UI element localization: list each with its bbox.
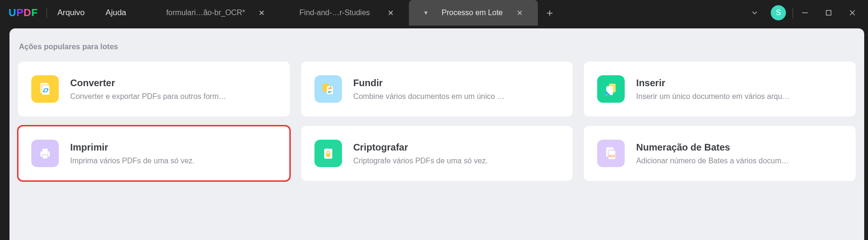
card-desc: Converter e exportar PDFs para outros fo… (70, 92, 226, 101)
window-controls: S (745, 0, 868, 26)
card-print[interactable]: Imprimir Imprima vários PDFs de uma só v… (18, 126, 290, 181)
maximize-button[interactable] (817, 0, 840, 26)
svg-text:012: 012 (609, 154, 616, 158)
avatar[interactable]: S (771, 5, 786, 20)
lock-icon (314, 140, 342, 167)
minimize-button[interactable] (793, 0, 817, 26)
card-title: Imprimir (70, 142, 194, 153)
close-icon[interactable]: ✕ (516, 9, 524, 18)
card-desc: Adicionar número de Bates a vários docum… (636, 157, 789, 165)
expand-down-icon[interactable] (745, 9, 764, 17)
card-desc: Criptografe vários PDFs de uma só vez. (353, 157, 488, 165)
tab-label: formulari…ão-br_OCR* (165, 9, 246, 17)
card-desc: Imprima vários PDFs de uma só vez. (70, 157, 194, 165)
svg-rect-1 (826, 10, 831, 15)
app-logo: UPDF (0, 7, 46, 19)
tab-1[interactable]: formulari…ão-br_OCR* ✕ (151, 0, 280, 26)
section-title: Ações populares para lotes (19, 43, 856, 51)
svg-rect-18 (326, 153, 330, 157)
card-title: Converter (70, 78, 226, 89)
svg-rect-14 (42, 149, 47, 152)
chevron-down-icon[interactable]: ▼ (423, 9, 429, 16)
card-title: Inserir (636, 78, 790, 89)
close-icon[interactable]: ✕ (258, 9, 266, 18)
card-desc: Inserir um único documento em vários arq… (636, 92, 790, 101)
card-encrypt[interactable]: Criptografar Criptografe vários PDFs de … (301, 126, 573, 181)
svg-rect-5 (42, 85, 50, 95)
card-title: Numeração de Bates (636, 142, 789, 153)
page-content: Ações populares para lotes Converter Con… (9, 28, 864, 240)
new-tab-button[interactable]: ＋ (538, 0, 562, 26)
print-icon (31, 140, 59, 167)
card-insert[interactable]: Inserir Inserir um único documento em vá… (584, 62, 856, 116)
tab-label: Find-and-…r-Studies (294, 9, 375, 17)
tab-label: Processo em Lote (440, 9, 504, 17)
svg-rect-7 (327, 86, 333, 94)
tab-bar: formulari…ão-br_OCR* ✕ Find-and-…r-Studi… (151, 0, 745, 26)
card-convert[interactable]: Converter Converter e exportar PDFs para… (18, 62, 290, 116)
tab-2[interactable]: Find-and-…r-Studies ✕ (280, 0, 409, 26)
menu-file[interactable]: Arquivo (47, 8, 95, 18)
close-icon[interactable]: ✕ (387, 9, 395, 18)
card-title: Fundir (353, 78, 505, 89)
card-merge[interactable]: Fundir Combine vários documentos em um ú… (301, 62, 573, 116)
convert-icon (31, 75, 59, 103)
card-grid: Converter Converter e exportar PDFs para… (18, 62, 856, 181)
svg-point-16 (47, 152, 48, 153)
insert-icon (597, 75, 625, 103)
card-desc: Combine vários documentos em um único … (353, 92, 505, 101)
svg-rect-15 (42, 155, 47, 159)
titlebar: UPDF Arquivo Ajuda formulari…ão-br_OCR* … (0, 0, 868, 26)
close-window-button[interactable] (840, 0, 864, 26)
merge-icon (314, 75, 342, 103)
card-title: Criptografar (353, 142, 488, 153)
bates-icon: 012 (597, 140, 625, 167)
card-bates[interactable]: 012 Numeração de Bates Adicionar número … (584, 126, 856, 181)
tab-3[interactable]: ▼ Processo em Lote ✕ (409, 0, 538, 26)
menu-help[interactable]: Ajuda (95, 8, 137, 18)
